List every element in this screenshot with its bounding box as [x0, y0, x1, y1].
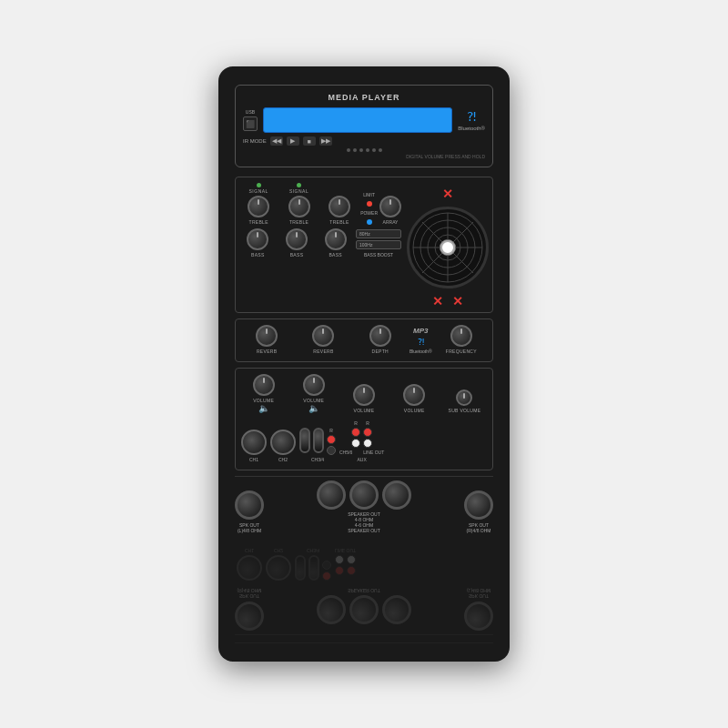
- reverb1-knob[interactable]: [256, 325, 278, 347]
- spk-out-left-label: SPK OUT(L)4/8 OHM: [238, 522, 261, 533]
- ch34-jack-1[interactable]: [299, 428, 310, 453]
- bluetooth-icon: ⁈: [467, 109, 476, 124]
- ch1-bass-knob[interactable]: [247, 228, 268, 250]
- x-mark-bottom-right: ✕: [452, 294, 463, 308]
- ch1-xlr-jack[interactable]: [241, 430, 267, 455]
- mp3-bt-section: MP3 ⁈ Bluetooth®: [410, 327, 432, 354]
- ch2-signal-label: SIGNAL: [289, 188, 308, 194]
- mp3-bluetooth-label: Bluetooth®: [410, 349, 432, 354]
- ref-ch34: CH3/4: [295, 548, 331, 581]
- speaker-out-label: SPEAKER OUT4-8 OHM4-6 OHMSPEAKER OUT: [348, 511, 380, 533]
- mode-dot-3: [359, 148, 363, 152]
- reverb1-group: REVERB: [239, 325, 294, 354]
- ch3-bass-knob[interactable]: [325, 228, 347, 250]
- ch1-jack-group: CH1: [241, 430, 267, 462]
- ch2-label: CH2: [278, 457, 288, 462]
- ch34-vol-group: VOLUME: [339, 384, 388, 413]
- ch56-vol-knob[interactable]: [403, 384, 425, 406]
- reflection-center: SPEAKER OUT: [317, 588, 411, 624]
- ch56-jack-group: R R CH5/6 LINE OUT AUX: [339, 420, 384, 462]
- spk-out-row: SPK OUT(L)4/8 OHM SPEAKER OUT4-8 OHM4-6 …: [235, 476, 493, 537]
- reflection-spk-right: SPK OUT(L)4/8 OHM: [464, 588, 493, 631]
- mode-dot-6: [379, 148, 382, 152]
- ref-ch2-jack: [266, 555, 291, 581]
- media-player-title: MEDIA PLAYER: [243, 93, 485, 102]
- ch34-label: CH3/4: [311, 457, 324, 462]
- speaker-out-jack-1[interactable]: [317, 480, 346, 510]
- line-out-label: LINE OUT: [363, 450, 384, 455]
- ch3-bass-label: BASS: [329, 252, 342, 258]
- prev-button[interactable]: ◀◀: [270, 136, 283, 146]
- bluetooth-label: Bluetooth®: [458, 126, 485, 131]
- ch2-vol-knob[interactable]: [303, 374, 325, 396]
- bass-100hz-button[interactable]: 100Hz: [356, 240, 401, 249]
- array-section: ARRAY: [379, 196, 401, 225]
- ch1-bass-label: BASS: [251, 252, 265, 258]
- ch56-rca-white[interactable]: [351, 439, 360, 448]
- ch2-signal-led: [297, 183, 301, 187]
- ch1-signal-led: [257, 183, 261, 187]
- reflection-spk-left: SPK OUT(R)4/8 OHM: [235, 588, 264, 631]
- ch2-xlr-jack[interactable]: [270, 430, 296, 455]
- stop-button[interactable]: ■: [303, 136, 316, 146]
- ch34-vol-knob[interactable]: [353, 384, 375, 406]
- usb-port: ⬛: [243, 116, 258, 131]
- spk-out-right-label: SPK OUT(R)4/8 OHM: [467, 522, 491, 533]
- reverb2-knob[interactable]: [312, 325, 334, 347]
- speaker-out-jack-3[interactable]: [382, 480, 411, 510]
- ch34-vol-label: VOLUME: [354, 408, 375, 413]
- ch2-bass-label: BASS: [290, 252, 304, 258]
- bass-80hz-button[interactable]: 80Hz: [356, 229, 401, 238]
- ch34-rca-pair: R: [327, 428, 336, 455]
- line-out-rca-red[interactable]: [363, 428, 372, 437]
- reverb-section: REVERB REVERB DEPTH MP3 ⁈ Bluetooth®: [235, 318, 493, 362]
- ch2-treble-label: TREBLE: [289, 219, 308, 225]
- ch3-treble-knob[interactable]: [329, 196, 350, 217]
- depth-knob[interactable]: [369, 325, 391, 347]
- ch3-treble-label-top: [339, 188, 340, 194]
- power-label: POWER: [360, 210, 378, 216]
- speaker-out-jack-2[interactable]: [349, 480, 379, 510]
- ch56-rca-red[interactable]: [351, 428, 360, 437]
- ch34-rca-red[interactable]: [327, 435, 336, 444]
- ch34-jack-2[interactable]: [313, 428, 324, 453]
- ref-ch56-line: LINE OUT: [335, 548, 356, 575]
- spk-out-right-jack[interactable]: [464, 490, 493, 520]
- reflection-jack-2: [349, 595, 379, 624]
- aux-label-row: AUX: [357, 457, 366, 462]
- next-button[interactable]: ▶▶: [319, 136, 332, 146]
- ch1-treble-knob[interactable]: [248, 196, 269, 217]
- play-button[interactable]: ▶: [287, 136, 299, 146]
- array-knob[interactable]: [379, 196, 401, 217]
- mode-dot-1: [347, 148, 350, 152]
- reverb2-group: REVERB: [296, 325, 350, 354]
- x-mark-top-left: ✕: [442, 187, 453, 201]
- frequency-knob[interactable]: [450, 325, 472, 347]
- ch3-bass-group: BASS: [317, 228, 354, 258]
- ch1-vol-knob[interactable]: [253, 374, 275, 396]
- mp3-label: MP3: [413, 327, 428, 335]
- spk-out-left-jack[interactable]: [235, 490, 264, 520]
- ch56-line-jacks: R R: [351, 420, 372, 448]
- frequency-label: FREQUENCY: [446, 349, 477, 354]
- line-out-rca-white[interactable]: [363, 439, 372, 448]
- ch56-line-labels: CH5/6 LINE OUT: [339, 450, 384, 455]
- mode-dot-2: [353, 148, 357, 152]
- line-out-r-label: R: [366, 420, 369, 426]
- depth-label: DEPTH: [372, 349, 389, 354]
- ir-mode-label: IR MODE: [243, 138, 267, 144]
- ch56-label: CH5/6: [339, 450, 352, 455]
- ch2-treble-knob[interactable]: [288, 196, 310, 217]
- reflection-jack-1: [317, 595, 346, 624]
- limit-led: [367, 201, 372, 207]
- bass-boost-section: 80Hz 100Hz BASS BOOST: [356, 229, 401, 258]
- ch2-jack-group: CH2: [270, 430, 296, 462]
- ch34-rca-black[interactable]: [327, 446, 336, 455]
- ref-ch1: CH1: [237, 548, 262, 581]
- ch1-treble-label: TREBLE: [249, 219, 268, 225]
- line-out-rca-pair: R: [363, 420, 372, 448]
- ch1-speaker-icon: 🔈: [258, 403, 269, 413]
- sub-vol-knob[interactable]: [456, 389, 472, 406]
- ch2-bass-knob[interactable]: [286, 228, 308, 250]
- reverb2-label: REVERB: [313, 349, 333, 354]
